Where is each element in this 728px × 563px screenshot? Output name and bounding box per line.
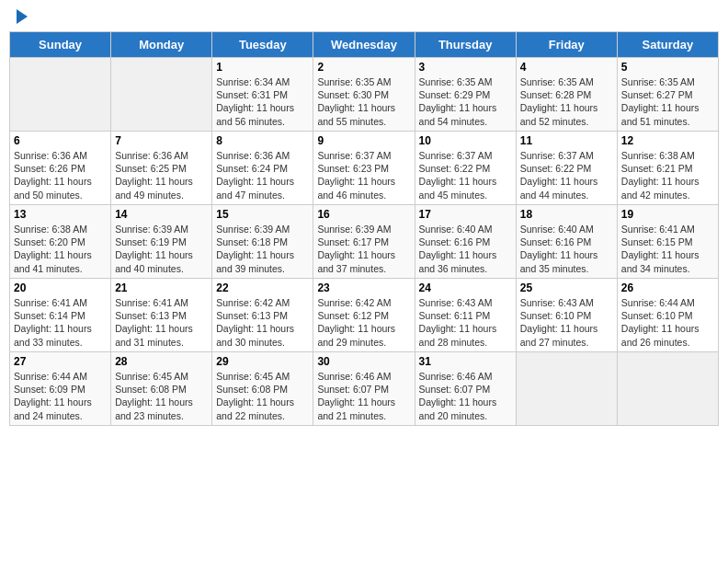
calendar-cell: 22Sunrise: 6:42 AMSunset: 6:13 PMDayligh…: [212, 279, 313, 352]
calendar-cell: [10, 58, 111, 132]
day-number: 5: [621, 61, 714, 74]
day-info: Sunrise: 6:36 AMSunset: 6:24 PMDaylight:…: [216, 149, 309, 201]
day-number: 24: [419, 282, 512, 294]
calendar-cell: 9Sunrise: 6:37 AMSunset: 6:23 PMDaylight…: [313, 132, 415, 205]
calendar-cell: 17Sunrise: 6:40 AMSunset: 6:16 PMDayligh…: [415, 205, 516, 279]
calendar-cell: [617, 352, 718, 426]
day-of-week-header: Sunday: [10, 32, 111, 58]
day-number: 22: [216, 282, 309, 294]
day-number: 18: [520, 208, 613, 221]
calendar-cell: 18Sunrise: 6:40 AMSunset: 6:16 PMDayligh…: [516, 205, 617, 279]
day-info: Sunrise: 6:34 AMSunset: 6:31 PMDaylight:…: [216, 75, 309, 128]
calendar-cell: 28Sunrise: 6:45 AMSunset: 6:08 PMDayligh…: [111, 352, 212, 426]
day-number: 16: [317, 208, 410, 221]
calendar-header-row: SundayMondayTuesdayWednesdayThursdayFrid…: [10, 32, 719, 58]
day-number: 9: [317, 134, 410, 147]
day-info: Sunrise: 6:37 AMSunset: 6:22 PMDaylight:…: [520, 149, 613, 201]
calendar-cell: 6Sunrise: 6:36 AMSunset: 6:26 PMDaylight…: [10, 132, 111, 205]
logo: [13, 9, 28, 24]
day-info: Sunrise: 6:40 AMSunset: 6:16 PMDaylight:…: [419, 223, 512, 275]
calendar-week-row: 1Sunrise: 6:34 AMSunset: 6:31 PMDaylight…: [10, 58, 719, 132]
calendar-cell: 14Sunrise: 6:39 AMSunset: 6:19 PMDayligh…: [111, 205, 212, 279]
calendar-cell: 21Sunrise: 6:41 AMSunset: 6:13 PMDayligh…: [111, 279, 212, 352]
day-info: Sunrise: 6:35 AMSunset: 6:30 PMDaylight:…: [317, 75, 410, 128]
calendar-cell: 25Sunrise: 6:43 AMSunset: 6:10 PMDayligh…: [516, 279, 617, 352]
calendar-cell: 8Sunrise: 6:36 AMSunset: 6:24 PMDaylight…: [212, 132, 313, 205]
day-number: 6: [14, 134, 107, 147]
day-of-week-header: Thursday: [415, 32, 516, 58]
calendar-week-row: 27Sunrise: 6:44 AMSunset: 6:09 PMDayligh…: [10, 352, 719, 426]
day-number: 11: [520, 134, 613, 147]
calendar-cell: 29Sunrise: 6:45 AMSunset: 6:08 PMDayligh…: [212, 352, 313, 426]
day-number: 1: [216, 61, 309, 74]
day-number: 14: [115, 208, 208, 221]
day-number: 12: [621, 134, 714, 147]
calendar-cell: 1Sunrise: 6:34 AMSunset: 6:31 PMDaylight…: [212, 58, 313, 132]
day-number: 30: [317, 355, 410, 368]
day-info: Sunrise: 6:35 AMSunset: 6:28 PMDaylight:…: [520, 75, 613, 128]
day-number: 3: [419, 61, 512, 74]
calendar-cell: 27Sunrise: 6:44 AMSunset: 6:09 PMDayligh…: [10, 352, 111, 426]
calendar-cell: 12Sunrise: 6:38 AMSunset: 6:21 PMDayligh…: [617, 132, 718, 205]
day-info: Sunrise: 6:35 AMSunset: 6:27 PMDaylight:…: [621, 75, 714, 128]
day-info: Sunrise: 6:45 AMSunset: 6:08 PMDaylight:…: [216, 370, 309, 422]
day-info: Sunrise: 6:41 AMSunset: 6:13 PMDaylight:…: [115, 296, 208, 349]
day-number: 29: [216, 355, 309, 368]
calendar-week-row: 6Sunrise: 6:36 AMSunset: 6:26 PMDaylight…: [10, 132, 719, 205]
day-number: 17: [419, 208, 512, 221]
day-number: 31: [419, 355, 512, 368]
day-number: 10: [419, 134, 512, 147]
calendar-cell: 11Sunrise: 6:37 AMSunset: 6:22 PMDayligh…: [516, 132, 617, 205]
calendar-week-row: 20Sunrise: 6:41 AMSunset: 6:14 PMDayligh…: [10, 279, 719, 352]
calendar-week-row: 13Sunrise: 6:38 AMSunset: 6:20 PMDayligh…: [10, 205, 719, 279]
calendar-cell: [111, 58, 212, 132]
calendar-cell: 7Sunrise: 6:36 AMSunset: 6:25 PMDaylight…: [111, 132, 212, 205]
calendar-cell: 24Sunrise: 6:43 AMSunset: 6:11 PMDayligh…: [415, 279, 516, 352]
day-info: Sunrise: 6:45 AMSunset: 6:08 PMDaylight:…: [115, 370, 208, 422]
day-info: Sunrise: 6:43 AMSunset: 6:11 PMDaylight:…: [419, 296, 512, 349]
day-info: Sunrise: 6:38 AMSunset: 6:20 PMDaylight:…: [14, 223, 107, 275]
logo-arrow-icon: [17, 9, 28, 24]
calendar-cell: 16Sunrise: 6:39 AMSunset: 6:17 PMDayligh…: [313, 205, 415, 279]
day-number: 20: [14, 282, 107, 294]
calendar-body: 1Sunrise: 6:34 AMSunset: 6:31 PMDaylight…: [10, 58, 719, 426]
day-of-week-header: Wednesday: [313, 32, 415, 58]
calendar-cell: [516, 352, 617, 426]
day-number: 25: [520, 282, 613, 294]
day-info: Sunrise: 6:39 AMSunset: 6:18 PMDaylight:…: [216, 223, 309, 275]
day-number: 28: [115, 355, 208, 368]
day-info: Sunrise: 6:43 AMSunset: 6:10 PMDaylight:…: [520, 296, 613, 349]
calendar-cell: 4Sunrise: 6:35 AMSunset: 6:28 PMDaylight…: [516, 58, 617, 132]
day-info: Sunrise: 6:39 AMSunset: 6:19 PMDaylight:…: [115, 223, 208, 275]
day-number: 26: [621, 282, 714, 294]
calendar-cell: 19Sunrise: 6:41 AMSunset: 6:15 PMDayligh…: [617, 205, 718, 279]
day-number: 8: [216, 134, 309, 147]
day-info: Sunrise: 6:46 AMSunset: 6:07 PMDaylight:…: [317, 370, 410, 422]
calendar-cell: 30Sunrise: 6:46 AMSunset: 6:07 PMDayligh…: [313, 352, 415, 426]
calendar-cell: 31Sunrise: 6:46 AMSunset: 6:07 PMDayligh…: [415, 352, 516, 426]
day-number: 27: [14, 355, 107, 368]
calendar-cell: 3Sunrise: 6:35 AMSunset: 6:29 PMDaylight…: [415, 58, 516, 132]
day-info: Sunrise: 6:39 AMSunset: 6:17 PMDaylight:…: [317, 223, 410, 275]
day-info: Sunrise: 6:35 AMSunset: 6:29 PMDaylight:…: [419, 75, 512, 128]
day-of-week-header: Tuesday: [212, 32, 313, 58]
day-number: 7: [115, 134, 208, 147]
day-info: Sunrise: 6:37 AMSunset: 6:22 PMDaylight:…: [419, 149, 512, 201]
day-number: 23: [317, 282, 410, 294]
day-info: Sunrise: 6:46 AMSunset: 6:07 PMDaylight:…: [419, 370, 512, 422]
calendar-cell: 10Sunrise: 6:37 AMSunset: 6:22 PMDayligh…: [415, 132, 516, 205]
day-info: Sunrise: 6:41 AMSunset: 6:15 PMDaylight:…: [621, 223, 714, 275]
logo-blue: [13, 9, 28, 24]
day-number: 15: [216, 208, 309, 221]
day-of-week-header: Friday: [516, 32, 617, 58]
day-info: Sunrise: 6:42 AMSunset: 6:12 PMDaylight:…: [317, 296, 410, 349]
calendar-cell: 13Sunrise: 6:38 AMSunset: 6:20 PMDayligh…: [10, 205, 111, 279]
day-number: 2: [317, 61, 410, 74]
calendar-cell: 2Sunrise: 6:35 AMSunset: 6:30 PMDaylight…: [313, 58, 415, 132]
day-of-week-header: Monday: [111, 32, 212, 58]
page-header: [9, 9, 719, 24]
day-number: 21: [115, 282, 208, 294]
day-info: Sunrise: 6:44 AMSunset: 6:09 PMDaylight:…: [14, 370, 107, 422]
calendar-cell: 23Sunrise: 6:42 AMSunset: 6:12 PMDayligh…: [313, 279, 415, 352]
calendar-cell: 20Sunrise: 6:41 AMSunset: 6:14 PMDayligh…: [10, 279, 111, 352]
